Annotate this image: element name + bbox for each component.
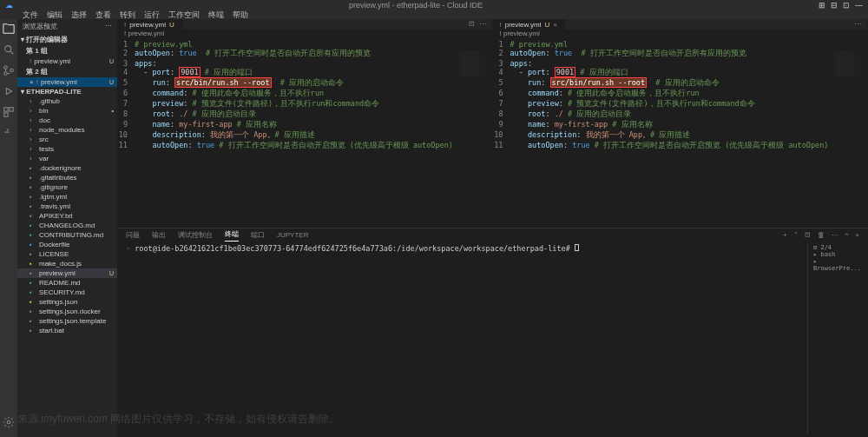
panel-tab[interactable]: 输出: [152, 228, 166, 242]
tree-item[interactable]: ▪CHANGELOG.md: [17, 221, 117, 230]
terminal-instance[interactable]: ▸ BrowserPre...: [813, 258, 859, 272]
panel-tab[interactable]: 端口: [251, 228, 265, 242]
editor-group-2: 第 2 组: [17, 66, 117, 77]
svg-point-2: [4, 72, 8, 76]
terminal-cursor[interactable]: [575, 244, 579, 251]
tree-item[interactable]: ▪.dockerignore: [17, 163, 117, 173]
tree-item[interactable]: ▪.lgtm.yml: [17, 192, 117, 202]
tree-item[interactable]: ▪APIKEY.txt: [17, 211, 117, 221]
panel-tab[interactable]: 终端: [225, 228, 239, 242]
svg-rect-4: [4, 108, 8, 111]
svg-rect-7: [5, 131, 7, 133]
terminal-prompt[interactable]: root@ide-b26421621cf1be03ec370773-64774e…: [135, 244, 570, 253]
tree-item[interactable]: ▪start.bat: [17, 326, 117, 335]
settings-icon[interactable]: [3, 416, 15, 428]
layout-icon-3[interactable]: ⊡: [843, 1, 850, 10]
tree-item[interactable]: ▪settings.json.docker: [17, 307, 117, 316]
cloud-logo-icon: ☁: [5, 1, 13, 10]
layout-icon-2[interactable]: ⊟: [831, 1, 838, 10]
tree-item[interactable]: ›bin•: [17, 106, 117, 116]
breadcrumb[interactable]: ! preview.yml: [117, 30, 492, 38]
tree-item[interactable]: ›tests: [17, 144, 117, 154]
tree-item[interactable]: ▪CONTRIBUTING.md: [17, 230, 117, 240]
terminal-dropdown-icon[interactable]: ˅: [794, 231, 798, 239]
editor-tab[interactable]: !preview.yml U: [117, 19, 182, 30]
tree-item[interactable]: ▪Dockerfile: [17, 240, 117, 249]
svg-rect-5: [10, 108, 13, 111]
editor-group-1: 第 1 组: [17, 45, 117, 56]
editor-more-icon[interactable]: ⋯: [854, 20, 862, 29]
open-file-1[interactable]: !preview.ymlU: [17, 56, 117, 66]
close-icon[interactable]: ×: [553, 21, 557, 29]
debug-icon[interactable]: [3, 85, 15, 97]
editor-more-icon[interactable]: ⋯: [479, 20, 487, 29]
tree-item[interactable]: ›src: [17, 135, 117, 144]
window-title: preview.yml - etherpad-lite - Cloud IDE: [349, 1, 483, 10]
panel-tab[interactable]: 问题: [126, 228, 140, 242]
panel-maximize-icon[interactable]: ^: [845, 231, 849, 239]
svg-point-3: [10, 69, 14, 72]
extensions-icon[interactable]: [3, 106, 15, 118]
tree-item[interactable]: ▪settings.json.template: [17, 316, 117, 326]
section-open-editors[interactable]: ▾ 打开的编辑器: [17, 34, 117, 45]
terminal-more-icon[interactable]: ⋯: [832, 231, 838, 239]
tree-item[interactable]: ▪.gitignore: [17, 182, 117, 192]
svg-rect-8: [7, 131, 9, 133]
open-file-2[interactable]: ×!preview.ymlU: [17, 77, 117, 87]
search-icon[interactable]: [3, 43, 15, 56]
tree-item[interactable]: ▪preview.ymlU: [17, 268, 117, 278]
terminal-add-icon[interactable]: +: [783, 231, 787, 239]
svg-point-1: [4, 66, 8, 70]
tree-item[interactable]: ▪LICENSE: [17, 249, 117, 259]
svg-point-0: [5, 46, 11, 52]
panel-tab[interactable]: JUPYTER: [277, 229, 308, 241]
explorer-icon[interactable]: [3, 23, 15, 35]
tree-item[interactable]: ›doc: [17, 116, 117, 125]
tree-item[interactable]: ▪SECURITY.md: [17, 288, 117, 297]
sidebar-title: 浏览器预览: [23, 22, 57, 31]
breadcrumb[interactable]: ! preview.yml: [493, 30, 868, 38]
panel-tab[interactable]: 调试控制台: [178, 228, 213, 242]
panel-close-icon[interactable]: ×: [855, 231, 859, 239]
minimap[interactable]: [456, 50, 490, 76]
split-icon[interactable]: ⊡: [469, 20, 475, 28]
terminal-count: ⊡ 2/4: [813, 244, 859, 251]
terminal-split-icon[interactable]: ⊡: [805, 231, 811, 239]
tree-item[interactable]: ▪make_docs.js: [17, 259, 117, 268]
section-project[interactable]: ▾ ETHERPAD-LITE: [17, 87, 117, 96]
source-control-icon[interactable]: [3, 64, 15, 76]
minimize-icon[interactable]: —: [855, 1, 863, 10]
code-editor[interactable]: 1# preview.yml2autoOpen: true # 打开工作空间时是…: [493, 38, 868, 228]
minimap[interactable]: [831, 50, 865, 76]
tree-item[interactable]: ›var: [17, 154, 117, 163]
svg-rect-9: [7, 129, 9, 131]
svg-rect-6: [4, 113, 8, 116]
code-editor[interactable]: 1# preview.yml2autoOpen: true # 打开工作空间时是…: [117, 38, 492, 228]
terminal-kill-icon[interactable]: 🗑: [818, 231, 825, 239]
more-icon[interactable]: ⋯: [105, 22, 112, 31]
layout-icon[interactable]: ⊞: [819, 1, 825, 10]
terminal-instance[interactable]: ▸ bash: [813, 251, 859, 258]
svg-point-10: [7, 420, 10, 424]
tree-item[interactable]: ›.github: [17, 96, 117, 106]
tree-item[interactable]: ▪.travis.yml: [17, 202, 117, 211]
editor-tab[interactable]: !preview.yml U×: [493, 19, 565, 30]
tree-item[interactable]: ▪settings.json: [17, 297, 117, 307]
tree-item[interactable]: ▪README.md: [17, 278, 117, 288]
tree-item[interactable]: ▪.gitattributes: [17, 173, 117, 182]
docker-icon[interactable]: [3, 127, 15, 139]
tree-item[interactable]: ›node_modules: [17, 125, 117, 135]
